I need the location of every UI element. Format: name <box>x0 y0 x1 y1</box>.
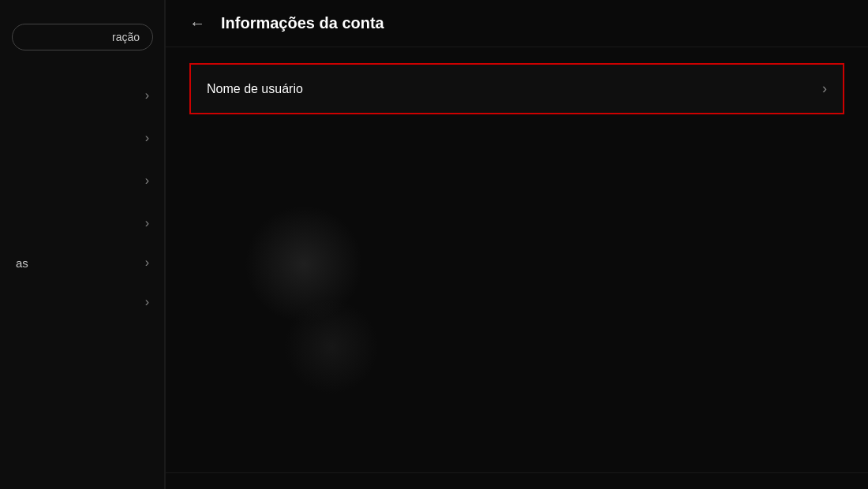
header: ← Informações da conta <box>166 0 868 47</box>
chevron-icon-1: › <box>145 88 149 103</box>
sidebar-item-1[interactable]: › <box>0 74 165 117</box>
glow-decoration-1 <box>245 205 363 323</box>
config-button-label: ração <box>112 31 140 43</box>
content-area: Nome de usuário › <box>166 47 868 489</box>
config-button[interactable]: ração <box>12 24 153 50</box>
sidebar-item-2[interactable]: › <box>0 117 165 159</box>
sidebar-item-as-label: as <box>16 256 28 270</box>
nome-usuario-chevron-icon: › <box>822 80 827 97</box>
chevron-icon-6: › <box>145 295 149 309</box>
sidebar-items: › › › › as › › <box>0 74 165 323</box>
sidebar: ração › › › › as › › <box>0 0 166 489</box>
sidebar-item-as[interactable]: as › <box>0 244 165 281</box>
chevron-icon-4: › <box>145 216 149 230</box>
sidebar-item-6[interactable]: › <box>0 281 165 323</box>
chevron-icon-as: › <box>145 256 149 270</box>
sidebar-item-4[interactable]: › <box>0 202 165 244</box>
sidebar-separator <box>164 0 165 489</box>
glow-decoration-2 <box>284 300 379 394</box>
main-content: ← Informações da conta Nome de usuário › <box>166 0 868 489</box>
page-title: Informações da conta <box>221 14 384 32</box>
content-separator-bottom <box>166 472 868 473</box>
chevron-icon-3: › <box>145 174 149 188</box>
sidebar-item-3[interactable]: › <box>0 159 165 202</box>
nome-usuario-label: Nome de usuário <box>207 82 303 96</box>
back-arrow-icon[interactable]: ← <box>189 14 205 32</box>
nome-usuario-row[interactable]: Nome de usuário › <box>189 63 844 114</box>
chevron-icon-2: › <box>145 131 149 145</box>
